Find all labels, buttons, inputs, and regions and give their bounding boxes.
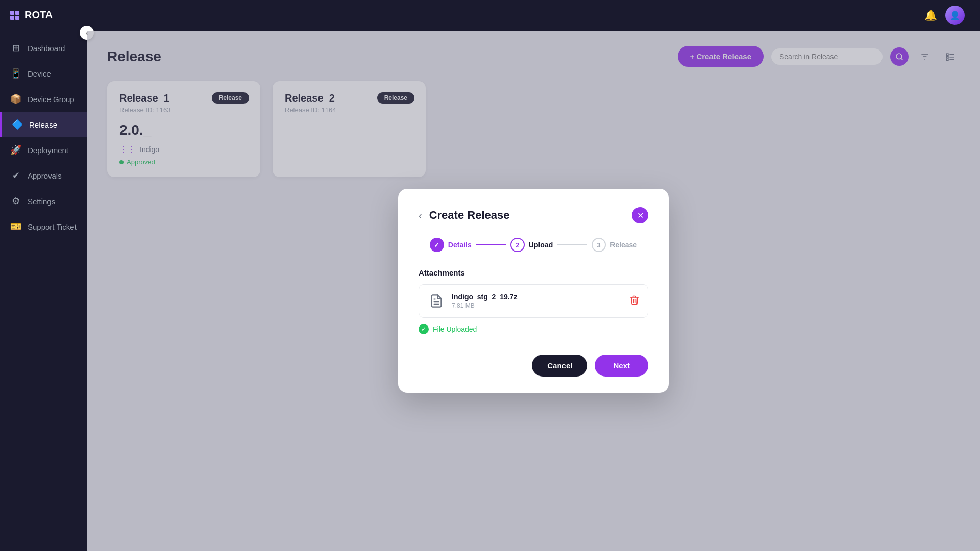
step-line-1 <box>476 244 506 245</box>
content-area: Release + Create Release <box>87 31 980 551</box>
sidebar-item-label: Release <box>29 120 57 129</box>
file-size: 7.81 MB <box>452 302 623 309</box>
deployment-icon: 🚀 <box>10 144 21 156</box>
step-2-label: Upload <box>529 241 553 249</box>
modal-title: Create Release <box>429 209 625 222</box>
step-3-circle: 3 <box>592 238 606 252</box>
modal-overlay: ‹ Create Release ✕ ✓ Details 2 Upload <box>87 31 980 551</box>
file-item: Indigo_stg_2_19.7z 7.81 MB <box>419 284 648 318</box>
app-logo: ROTA <box>0 0 87 30</box>
step-upload: 2 Upload <box>510 238 553 252</box>
upload-check-icon: ✓ <box>419 324 429 334</box>
attachments-label: Attachments <box>419 268 648 277</box>
step-details: ✓ Details <box>430 238 472 252</box>
dashboard-icon: ⊞ <box>10 42 21 54</box>
modal-back-button[interactable]: ‹ <box>419 210 422 221</box>
support-ticket-icon: 🎫 <box>10 221 21 232</box>
step-3-label: Release <box>610 241 637 249</box>
device-icon: 📱 <box>10 68 21 79</box>
main-content: 🔔 👤 Release + Create Release <box>87 0 980 551</box>
sidebar-item-support-ticket[interactable]: 🎫 Support Ticket <box>0 214 87 239</box>
logo-icon <box>10 11 19 20</box>
modal-header: ‹ Create Release ✕ <box>419 207 648 223</box>
app-name: ROTA <box>24 9 53 21</box>
upload-status: ✓ File Uploaded <box>419 324 648 334</box>
upload-status-label: File Uploaded <box>433 325 477 333</box>
step-2-circle: 2 <box>510 238 525 252</box>
next-button[interactable]: Next <box>595 355 648 377</box>
user-avatar[interactable]: 👤 <box>945 6 965 25</box>
main-nav: ⊞ Dashboard 📱 Device 📦 Device Group 🔷 Re… <box>0 30 87 551</box>
sidebar-item-device-group[interactable]: 📦 Device Group <box>0 86 87 112</box>
sidebar-item-label: Dashboard <box>28 44 65 53</box>
step-release: 3 Release <box>592 238 637 252</box>
wizard-steps: ✓ Details 2 Upload 3 Release <box>419 238 648 252</box>
sidebar-item-label: Support Ticket <box>28 222 77 231</box>
file-doc-icon <box>427 292 446 310</box>
sidebar-item-deployment[interactable]: 🚀 Deployment <box>0 137 87 163</box>
sidebar: ROTA ⊞ Dashboard 📱 Device 📦 Device Group… <box>0 0 87 551</box>
step-line-2 <box>557 244 587 245</box>
device-group-icon: 📦 <box>10 93 21 105</box>
sidebar-item-label: Deployment <box>28 146 68 155</box>
cancel-button[interactable]: Cancel <box>532 355 587 377</box>
step-1-circle: ✓ <box>430 238 444 252</box>
file-info: Indigo_stg_2_19.7z 7.81 MB <box>452 293 623 309</box>
approvals-icon: ✔ <box>10 170 21 181</box>
settings-icon: ⚙ <box>10 195 21 207</box>
sidebar-item-label: Device Group <box>28 95 75 104</box>
sidebar-item-release[interactable]: 🔷 Release <box>0 112 87 137</box>
attachments-section: Attachments Indigo_stg_2_19.7z 7.81 MB <box>419 268 648 334</box>
sidebar-item-dashboard[interactable]: ⊞ Dashboard <box>0 35 87 61</box>
release-icon: 🔷 <box>12 119 23 130</box>
notification-bell-icon[interactable]: 🔔 <box>924 9 937 21</box>
sidebar-item-label: Device <box>28 69 51 78</box>
sidebar-item-device[interactable]: 📱 Device <box>0 61 87 86</box>
trash-icon <box>629 295 640 305</box>
modal-close-button[interactable]: ✕ <box>632 207 648 223</box>
topbar: 🔔 👤 <box>87 0 980 31</box>
sidebar-item-label: Approvals <box>28 171 62 180</box>
sidebar-item-label: Settings <box>28 197 55 206</box>
sidebar-item-approvals[interactable]: ✔ Approvals <box>0 163 87 188</box>
sidebar-item-settings[interactable]: ⚙ Settings <box>0 188 87 214</box>
step-1-label: Details <box>448 241 472 249</box>
file-delete-button[interactable] <box>629 295 640 308</box>
create-release-modal: ‹ Create Release ✕ ✓ Details 2 Upload <box>398 189 669 393</box>
modal-footer: Cancel Next <box>419 355 648 377</box>
file-name: Indigo_stg_2_19.7z <box>452 293 623 301</box>
